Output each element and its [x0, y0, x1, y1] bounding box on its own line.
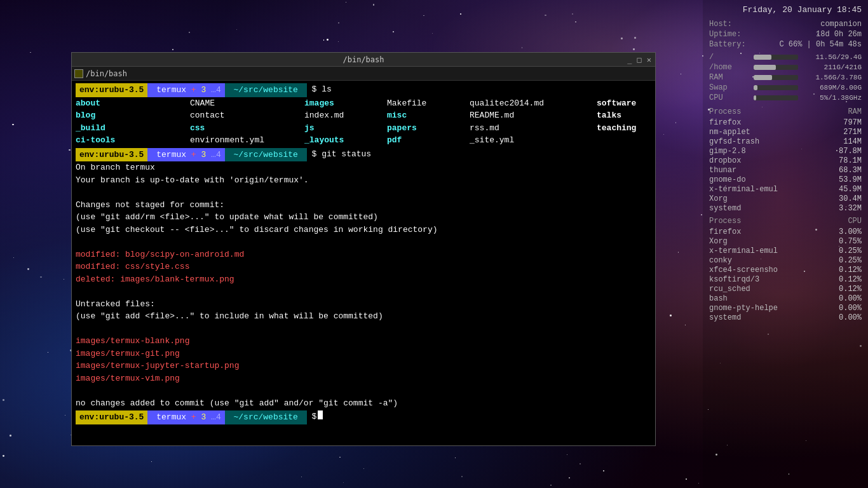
minimize-button[interactable]: _ [627, 55, 632, 64]
git-line-untrack1: images/termux-blank.png [76, 335, 651, 348]
proc-cpu-item: rcu_sched0.12% [709, 285, 862, 294]
ls-file-contact: contact [190, 109, 304, 122]
ls-file-qualitec: qualitec2014.md [470, 97, 597, 110]
prompt-line-1: env:urubu-3.5 termux + 3 …4 ~/src/websit… [76, 83, 651, 97]
ls-file-misc: misc [387, 109, 470, 122]
dollar-1: $ ls [307, 83, 332, 97]
prompt-line-2: env:urubu-3.5 termux + 3 …4 ~/src/websit… [76, 148, 651, 162]
git-line-hint3: (use "git add <file>..." to include in w… [76, 310, 651, 323]
terminal-titlebar: /bin/bash _ □ ✕ [72, 53, 655, 67]
proc-cpu-item: firefox3.00% [709, 227, 862, 236]
uptime-value: 18d 0h 26m [816, 30, 862, 39]
ls-file-rssmd: rss.md [470, 122, 597, 135]
terminal-title: /bin/bash [342, 55, 384, 64]
proc-cpu-item: gnome-pty-helpe0.00% [709, 304, 862, 313]
proc-cpu-item: xfce4-screensho0.12% [709, 266, 862, 274]
ls-file-indexmd: index.md [304, 109, 387, 122]
git-line-mod2: modified: css/style.css [76, 261, 651, 273]
proc-ram-item: thunar68.3M [709, 166, 862, 175]
dollar-3: $ [307, 410, 317, 424]
proc-ram-item: gvfsd-trash114M [709, 137, 862, 146]
proc-ram-item: gimp-2.887.8M [709, 147, 862, 156]
tab-title: /bin/bash [86, 69, 127, 78]
git-line-hint2: (use "git checkout -- <file>..." to disc… [76, 224, 651, 236]
fs-row: / 11.5G/29.4G [709, 53, 862, 62]
terminal-body[interactable]: env:urubu-3.5 termux + 3 …4 ~/src/websit… [72, 81, 655, 445]
battery-row: Battery: C 66% | 0h 54m 48s [709, 40, 862, 49]
ls-file-blog: blog [76, 109, 190, 122]
fs-row: /home 211G/421G [709, 63, 862, 72]
ls-file-teaching: teaching [597, 122, 655, 135]
ls-file-citools: ci-tools [76, 134, 190, 147]
git-line-del1: deleted: images/blank-termux.png [76, 273, 651, 286]
ls-file-siteyml: _site.yml [470, 134, 597, 147]
prompt-line-3: env:urubu-3.5 termux + 3 …4 ~/src/websit… [76, 410, 651, 424]
process-cpu-header: Process CPU [709, 217, 862, 226]
system-monitor: Friday, 20 January 18:45 Host: companion… [703, 0, 868, 488]
ls-file-css: css [190, 122, 304, 135]
fs-row: Swap 689M/8.00G [709, 83, 862, 92]
git-line-blank5 [76, 384, 651, 397]
process-cpu-list: firefox3.00%Xorg0.75%x-terminal-emul0.25… [709, 227, 862, 322]
process-ram-header: Process RAM [709, 107, 862, 116]
git-line-uptodate: Your branch is up-to-date with 'origin/t… [76, 174, 651, 187]
process-ram-list: firefox797Mnm-applet271Mgvfsd-trash114Mg… [709, 118, 862, 213]
fs-section: / 11.5G/29.4G /home 211G/421G RAM 1.56G/… [709, 53, 862, 102]
ls-file-readme: README.md [470, 109, 597, 122]
uptime-row: Uptime: 18d 0h 26m [709, 30, 862, 39]
ls-file-js: js [304, 122, 387, 135]
ls-file-layouts: _layouts [304, 134, 387, 147]
ls-file-envyml: environment.yml [190, 134, 304, 147]
battery-label: Battery: [709, 40, 750, 49]
git-line-hint1: (use "git add/rm <file>..." to update wh… [76, 211, 651, 224]
ls-file-pdf: pdf [387, 134, 470, 147]
env-badge-1: env:urubu-3.5 [76, 83, 147, 97]
uptime-label: Uptime: [709, 30, 750, 39]
cursor [318, 410, 323, 419]
ls-file-makefile: Makefile [387, 97, 470, 110]
fs-row: CPU 5%/1.38GHz [709, 93, 862, 102]
proc-cpu-item: bash0.00% [709, 294, 862, 303]
dir-badge-3: ~/src/website [225, 410, 307, 424]
proc-ram-item: nm-applet271M [709, 128, 862, 137]
datetime-display: Friday, 20 January 18:45 [709, 5, 862, 15]
proc-ram-item: dropbox78.1M [709, 156, 862, 165]
ls-output: about CNAME images Makefile qualitec2014… [76, 97, 651, 147]
ls-file-talks: talks [597, 109, 655, 122]
git-line-blank1 [76, 186, 651, 199]
git-line-untrack2: images/termux-git.png [76, 348, 651, 360]
dir-badge-1: ~/src/website [225, 83, 307, 97]
ls-file-software: software [597, 97, 655, 110]
ls-file-images: images [304, 97, 387, 110]
git-line-blank3 [76, 285, 651, 298]
proc-cpu-item: Xorg0.75% [709, 237, 862, 246]
terminal-window[interactable]: /bin/bash _ □ ✕ /bin/bash env:urubu-3.5 … [71, 52, 656, 446]
git-line-untrack3: images/termux-jupyter-startup.png [76, 360, 651, 372]
battery-value: C 66% | 0h 54m 48s [779, 40, 862, 49]
proc-cpu-item: systemd0.00% [709, 313, 862, 322]
termux-badge-2: termux + 3 …4 [147, 148, 224, 162]
proc-cpu-item: x-terminal-emul0.25% [709, 247, 862, 255]
proc-ram-item: gnome-do53.9M [709, 175, 862, 184]
maximize-button[interactable]: □ [637, 55, 642, 64]
dir-badge-2: ~/src/website [225, 148, 307, 162]
tab-icon [74, 69, 83, 78]
dollar-2: $ git status [307, 148, 371, 162]
proc-ram-item: systemd3.32M [709, 204, 862, 213]
termux-badge-3: termux + 3 …4 [147, 410, 224, 424]
host-row: Host: companion [709, 20, 862, 29]
terminal-tab-bar: /bin/bash [72, 67, 655, 81]
git-line-blank4 [76, 323, 651, 336]
proc-cpu-item: ksoftirqd/30.12% [709, 275, 862, 284]
close-button[interactable]: ✕ [647, 55, 651, 64]
env-badge-3: env:urubu-3.5 [76, 410, 147, 424]
proc-ram-item: x-terminal-emul45.9M [709, 185, 862, 194]
proc-ram-item: Xorg30.4M [709, 194, 862, 203]
window-controls[interactable]: _ □ ✕ [627, 55, 651, 64]
ls-file-cname: CNAME [190, 97, 304, 110]
git-line-blank2 [76, 236, 651, 248]
git-line-untrack4: images/termux-vim.png [76, 372, 651, 385]
ls-file-build: _build [76, 122, 190, 135]
git-status-output: On branch termux Your branch is up-to-da… [76, 161, 651, 409]
fs-row: RAM 1.56G/3.78G [709, 73, 862, 82]
